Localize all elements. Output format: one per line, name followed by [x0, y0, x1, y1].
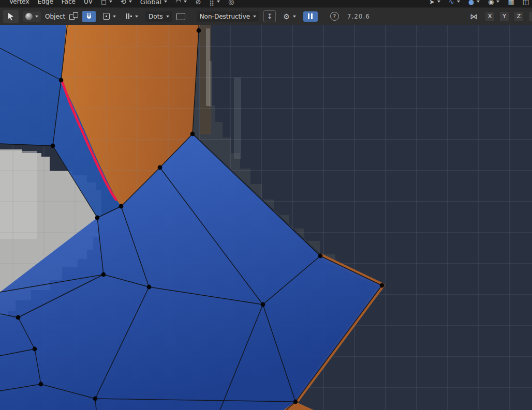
mode-selector[interactable]: [23, 11, 41, 22]
chevron-down-icon: [253, 16, 256, 18]
uv-canvas[interactable]: [0, 25, 532, 410]
mesh-vertex[interactable]: [293, 400, 298, 404]
chevron-down-icon: [113, 16, 116, 18]
mirror-axis-y-button[interactable]: Y: [500, 12, 509, 21]
overlap-circles-icon: ◉: [488, 0, 494, 5]
mesh-vertex[interactable]: [380, 283, 385, 288]
orbit-dropdown[interactable]: ⟲: [121, 0, 132, 5]
proportional-icon: ◎: [228, 0, 234, 5]
settings-dropdown[interactable]: ⚙: [280, 11, 299, 22]
absolute-snap-dropdown[interactable]: [123, 12, 141, 21]
chevron-down-icon: [477, 1, 480, 3]
orientation-label: Global: [140, 0, 161, 6]
overlays-dropdown[interactable]: ◉: [488, 0, 499, 5]
overlay-mode-dropdown[interactable]: Dots: [145, 11, 172, 22]
mesh-vertex[interactable]: [16, 315, 21, 320]
chevron-down-icon: [164, 1, 167, 3]
mesh-vertex[interactable]: [33, 347, 37, 352]
snap-target-icon: [103, 13, 110, 20]
mesh-vertex[interactable]: [95, 216, 100, 220]
falloff-dropdown[interactable]: ◠: [175, 0, 187, 5]
select-tool-dropdown[interactable]: ➤: [429, 0, 440, 5]
mesh-vertex[interactable]: [119, 204, 124, 209]
mirror-icon[interactable]: ⋈: [470, 12, 478, 21]
menu-uv[interactable]: UV: [84, 0, 93, 5]
sphere-icon: ●: [468, 0, 474, 5]
cursor-icon: ➤: [429, 0, 435, 5]
mesh-vertex[interactable]: [101, 272, 106, 277]
snap-toggle-button[interactable]: [82, 11, 96, 22]
panel-icon: ◫: [523, 0, 529, 5]
grid-icon: ▦: [508, 0, 514, 5]
board-icon[interactable]: [176, 13, 185, 20]
dots-grid-icon: ⣿: [209, 0, 214, 5]
mesh-vertex[interactable]: [190, 132, 195, 136]
falloff-icon: ◠: [175, 0, 181, 5]
faded-texture-streak: [234, 78, 241, 159]
pause-button[interactable]: [303, 11, 318, 22]
tool-header: Object Dots Non-Destructive ↧ ⚙ ? 7.20.6: [0, 7, 532, 25]
mesh-vertex[interactable]: [147, 285, 152, 290]
mesh-vertex[interactable]: [59, 78, 64, 83]
mesh-vertex[interactable]: [93, 397, 98, 401]
menu-edge[interactable]: Edge: [38, 0, 53, 5]
proportional-toggle[interactable]: ⊘: [195, 0, 201, 5]
pause-bar-icon: [308, 13, 309, 19]
panel-button[interactable]: ◫: [523, 0, 529, 5]
overlay-mode-label: Dots: [149, 13, 163, 20]
shading-sphere-dropdown[interactable]: ●: [468, 0, 480, 5]
mirror-axis-x-button[interactable]: X: [485, 12, 494, 21]
gear-icon: ⚙: [283, 12, 290, 21]
mesh-vertex[interactable]: [158, 165, 162, 170]
menu-bar: Vertex Edge Face UV ◻ ⟲ Global ◠ ⊘ ⣿ ◎ ➤…: [0, 0, 532, 7]
uv-editor-viewport[interactable]: [0, 25, 532, 410]
mesh-vertex[interactable]: [197, 28, 201, 33]
absolute-grid-icon: [126, 13, 132, 19]
orientation-dropdown[interactable]: Global: [140, 0, 167, 6]
curve-icon: ∿: [449, 0, 454, 5]
menu-vertex[interactable]: Vertex: [9, 0, 29, 5]
pipeline-label: Non-Destructive: [200, 13, 250, 20]
chevron-down-icon: [293, 16, 296, 18]
pause-bar-icon: [311, 13, 313, 19]
object-mode-icon: [25, 13, 33, 20]
faded-texture-streak: [209, 61, 212, 107]
proportional-circle[interactable]: ◎: [228, 0, 234, 5]
mesh-vertex[interactable]: [261, 302, 265, 307]
help-question-icon: ?: [333, 13, 336, 20]
import-arrow-icon: ↧: [267, 12, 273, 20]
chevron-down-icon: [437, 1, 440, 3]
mesh-vertex[interactable]: [51, 144, 55, 148]
menu-face[interactable]: Face: [62, 0, 76, 5]
chevron-down-icon: [217, 1, 220, 3]
version-label: 7.20.6: [347, 13, 370, 20]
mesh-vertex[interactable]: [39, 382, 43, 387]
uv-sync-icon[interactable]: [69, 12, 78, 20]
active-tool-button[interactable]: [3, 10, 19, 23]
clipped-edge-button[interactable]: [529, 12, 532, 21]
apply-import-button[interactable]: ↧: [263, 10, 276, 22]
chevron-down-icon: [166, 16, 169, 18]
magnet-icon: [85, 13, 93, 20]
pipeline-dropdown[interactable]: Non-Destructive: [197, 11, 260, 22]
pivot-point-dropdown[interactable]: ◻: [101, 0, 112, 5]
chevron-down-icon: [135, 16, 138, 18]
help-button[interactable]: ?: [330, 12, 339, 21]
mirror-axis-z-button[interactable]: Z: [514, 12, 523, 21]
axis-y-label: Y: [503, 13, 506, 20]
chevron-down-icon: [496, 1, 499, 3]
chevron-down-icon: [109, 1, 112, 3]
axis-z-label: Z: [517, 13, 521, 20]
snap-elements-dropdown[interactable]: ⣿: [209, 0, 220, 5]
chevron-down-icon: [457, 1, 460, 3]
mesh-vertex[interactable]: [318, 254, 323, 259]
chevron-down-icon: [184, 1, 187, 3]
chevron-down-icon: [35, 16, 38, 18]
grid-display-button[interactable]: ▦: [508, 0, 514, 5]
snap-target-dropdown[interactable]: [100, 11, 119, 21]
tweak-cursor-icon: [7, 12, 15, 21]
orbit-icon: ⟲: [121, 0, 126, 5]
proportional-off-icon: ⊘: [195, 0, 201, 5]
axis-x-label: X: [488, 13, 492, 20]
snap-curve-dropdown[interactable]: ∿: [449, 0, 460, 5]
